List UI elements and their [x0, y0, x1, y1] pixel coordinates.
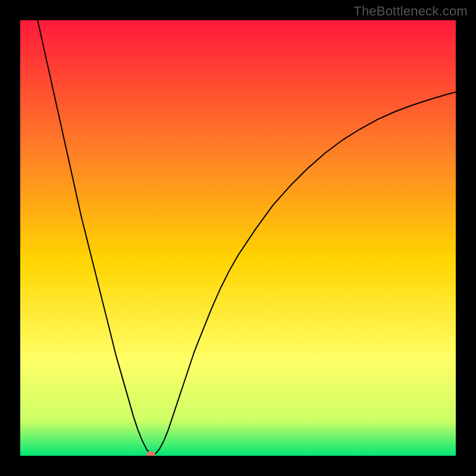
chart-svg — [20, 20, 456, 456]
chart-background — [20, 20, 456, 456]
watermark-text: TheBottleneck.com — [353, 4, 468, 19]
chart-plot-area — [20, 20, 456, 456]
chart-frame — [20, 20, 456, 456]
